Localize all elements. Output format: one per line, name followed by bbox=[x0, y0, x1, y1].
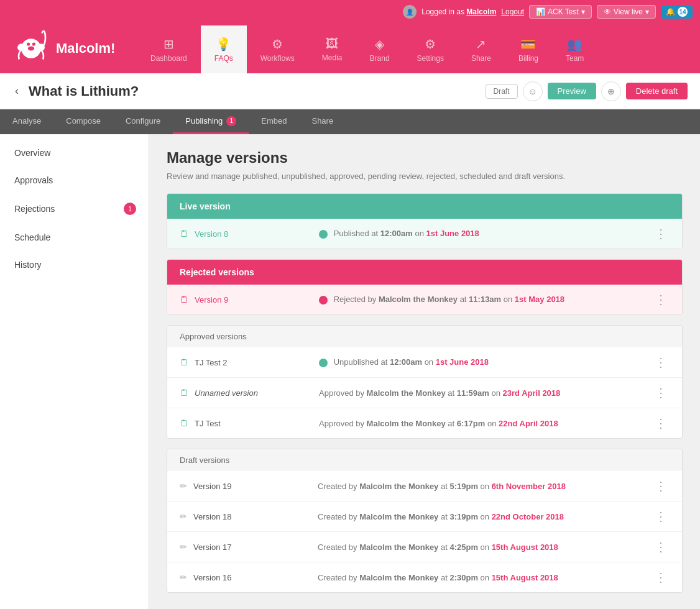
logged-in-text: Logged in as Malcolm bbox=[421, 7, 496, 16]
unnamed-name: Unnamed version bbox=[195, 388, 306, 398]
sidebar-item-overview[interactable]: Overview bbox=[0, 139, 149, 167]
sidebar-item-approvals[interactable]: Approvals bbox=[0, 167, 149, 194]
logout-link[interactable]: Logout bbox=[501, 7, 524, 16]
version-row-tjtest2: 🗒 TJ Test 2 Unpublished at 12:00am on 1s… bbox=[167, 347, 682, 378]
tab-embed[interactable]: Embed bbox=[249, 109, 299, 134]
chevron-down-icon: ▾ bbox=[581, 7, 585, 16]
main-nav: ⊞ Dashboard 💡 FAQs ⚙ Workflows 🖼 Media ◈… bbox=[137, 24, 700, 73]
unnamed-meta-text: Approved by Malcolm the Monkey at 11:59a… bbox=[319, 388, 560, 398]
tjtest-meta: Approved by Malcolm the Monkey at 6:17pm… bbox=[306, 419, 652, 428]
svg-point-4 bbox=[27, 42, 30, 45]
tjtest2-meta-text: Unpublished at 12:00am on 1st June 2018 bbox=[334, 357, 489, 367]
nav-item-media[interactable]: 🖼 Media bbox=[308, 24, 356, 73]
v19-more-button[interactable]: ⋮ bbox=[652, 480, 670, 492]
sidebar-item-schedule[interactable]: Schedule bbox=[0, 224, 149, 251]
pencil-icon-v19: ✏ bbox=[180, 481, 187, 491]
page-title: What is Lithium? bbox=[29, 83, 486, 99]
draft-section-header: Draft versions bbox=[167, 449, 682, 471]
share-icon: ↗ bbox=[476, 37, 486, 52]
version-row-v18: ✏ Version 18 Created by Malcolm the Monk… bbox=[167, 501, 682, 532]
smiley-button[interactable]: ☺ bbox=[523, 81, 543, 101]
version8-more-button[interactable]: ⋮ bbox=[652, 227, 670, 240]
brand-icon: ◈ bbox=[375, 37, 384, 52]
document-icon-version8: 🗒 bbox=[180, 229, 188, 239]
tjtest2-name: TJ Test 2 bbox=[195, 358, 306, 367]
tjtest2-more-button[interactable]: ⋮ bbox=[652, 356, 670, 369]
tab-analyse[interactable]: Analyse bbox=[0, 109, 53, 134]
v16-more-button[interactable]: ⋮ bbox=[652, 571, 670, 584]
nav-item-brand[interactable]: ◈ Brand bbox=[356, 24, 403, 73]
tab-compose[interactable]: Compose bbox=[53, 109, 113, 134]
version-row-v19: ✏ Version 19 Created by Malcolm the Monk… bbox=[167, 471, 682, 501]
preview-button[interactable]: Preview bbox=[548, 83, 596, 99]
svg-point-6 bbox=[28, 47, 35, 51]
rejections-badge: 1 bbox=[124, 203, 136, 215]
delete-draft-button[interactable]: Delete draft bbox=[626, 83, 688, 99]
dashboard-icon: ⊞ bbox=[163, 37, 174, 52]
view-live-button[interactable]: 👁 View live ▾ bbox=[597, 5, 656, 19]
document-icon-tjtest: 🗒 bbox=[180, 418, 188, 428]
draft-badge: Draft bbox=[486, 84, 518, 99]
document-icon-version9: 🗒 bbox=[180, 295, 188, 304]
share-icon-button[interactable]: ⊕ bbox=[601, 81, 621, 101]
sidebar: Overview Approvals Rejections 1 Schedule… bbox=[0, 134, 149, 609]
tab-share[interactable]: Share bbox=[299, 109, 346, 134]
nav-label-settings: Settings bbox=[417, 54, 444, 63]
tjtest-meta-text: Approved by Malcolm the Monkey at 6:17pm… bbox=[319, 419, 558, 428]
draft-versions-section: Draft versions ✏ Version 19 Created by M… bbox=[167, 449, 683, 593]
tab-configure[interactable]: Configure bbox=[113, 109, 173, 134]
nav-label-workflows: Workflows bbox=[260, 54, 295, 63]
content-description: Review and manage published, unpublished… bbox=[167, 172, 683, 181]
tab-label-embed: Embed bbox=[261, 116, 287, 126]
version8-name: Version 8 bbox=[195, 229, 306, 239]
live-section-header: Live version bbox=[167, 194, 682, 219]
nav-item-faqs[interactable]: 💡 FAQs bbox=[201, 24, 247, 73]
version-row-v16: ✏ Version 16 Created by Malcolm the Monk… bbox=[167, 562, 682, 592]
nav-item-dashboard[interactable]: ⊞ Dashboard bbox=[137, 24, 201, 73]
version9-name: Version 9 bbox=[195, 295, 306, 304]
top-bar-right: 👤 Logged in as Malcolm Logout 📊 ACK Test… bbox=[403, 5, 693, 19]
approved-section-header: Approved versions bbox=[167, 326, 682, 347]
nav-item-team[interactable]: 👥 Team bbox=[552, 24, 597, 73]
v17-name: Version 17 bbox=[193, 543, 305, 552]
approved-versions-section: Approved versions 🗒 TJ Test 2 Unpublishe… bbox=[167, 325, 683, 439]
billing-icon: 💳 bbox=[520, 37, 536, 52]
username-link[interactable]: Malcolm bbox=[466, 7, 496, 16]
sidebar-item-history[interactable]: History bbox=[0, 251, 149, 278]
nav-label-faqs: FAQs bbox=[214, 54, 233, 63]
tab-label-share: Share bbox=[311, 116, 333, 126]
version9-more-button[interactable]: ⋮ bbox=[652, 293, 670, 306]
version-row-v17: ✏ Version 17 Created by Malcolm the Monk… bbox=[167, 532, 682, 562]
nav-item-settings[interactable]: ⚙ Settings bbox=[403, 24, 458, 73]
tab-publishing[interactable]: Publishing 1 bbox=[173, 109, 249, 134]
unnamed-more-button[interactable]: ⋮ bbox=[652, 387, 670, 399]
sidebar-item-rejections[interactable]: Rejections 1 bbox=[0, 194, 149, 224]
version-row-unnamed: 🗒 Unnamed version Approved by Malcolm th… bbox=[167, 378, 682, 408]
ack-test-button[interactable]: 📊 ACK Test ▾ bbox=[529, 5, 592, 19]
v17-meta-text: Created by Malcolm the Monkey at 4:25pm … bbox=[318, 543, 558, 552]
v18-more-button[interactable]: ⋮ bbox=[652, 510, 670, 523]
tjtest-more-button[interactable]: ⋮ bbox=[652, 417, 670, 429]
version9-meta: Rejected by Malcolm the Monkey at 11:13a… bbox=[306, 295, 652, 304]
content-title: Manage versions bbox=[167, 149, 683, 167]
chevron-down-icon-2: ▾ bbox=[645, 7, 649, 16]
header: Malcolm! ⊞ Dashboard 💡 FAQs ⚙ Workflows … bbox=[0, 24, 700, 73]
main-layout: Overview Approvals Rejections 1 Schedule… bbox=[0, 134, 700, 609]
nav-item-share[interactable]: ↗ Share bbox=[458, 24, 505, 73]
team-icon: 👥 bbox=[567, 37, 583, 52]
tab-label-publishing: Publishing bbox=[185, 116, 223, 126]
pencil-icon-v16: ✏ bbox=[180, 572, 187, 582]
nav-label-share: Share bbox=[471, 54, 491, 63]
version8-meta-text: Published at 12:00am on 1st June 2018 bbox=[334, 229, 479, 238]
v17-more-button[interactable]: ⋮ bbox=[652, 541, 670, 553]
monkey-logo-icon bbox=[12, 27, 50, 70]
notifications-button[interactable]: 🔔 14 bbox=[661, 5, 693, 19]
back-button[interactable]: ‹ bbox=[12, 82, 21, 100]
logo-text: Malcolm! bbox=[56, 40, 115, 57]
bell-icon: 🔔 bbox=[666, 7, 675, 16]
nav-item-workflows[interactable]: ⚙ Workflows bbox=[247, 24, 308, 73]
v16-meta: Created by Malcolm the Monkey at 2:30pm … bbox=[305, 573, 652, 582]
tjtest-name: TJ Test bbox=[195, 419, 306, 428]
eye-icon: 👁 bbox=[604, 7, 611, 16]
nav-item-billing[interactable]: 💳 Billing bbox=[505, 24, 552, 73]
